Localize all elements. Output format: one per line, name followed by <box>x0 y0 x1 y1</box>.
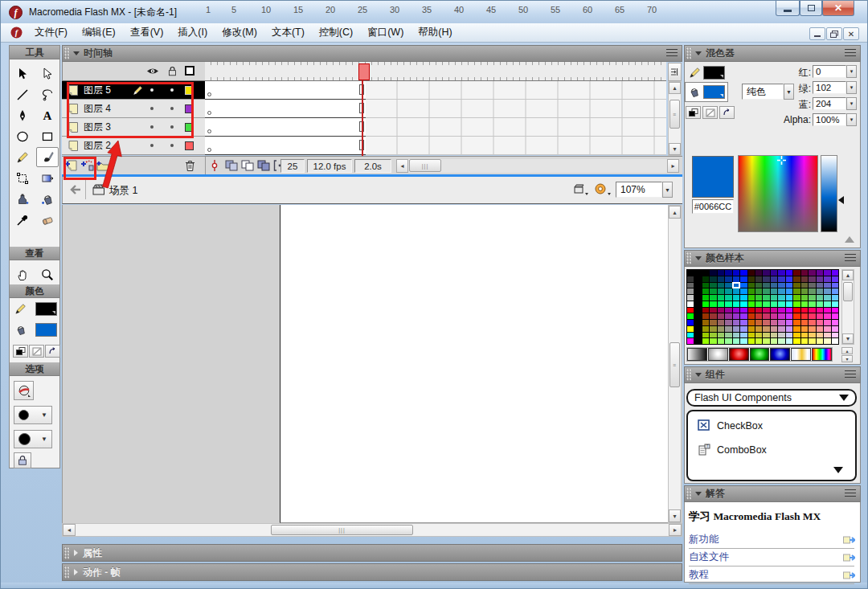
swatch-cell[interactable] <box>710 320 716 325</box>
swatch-cell[interactable] <box>687 333 694 338</box>
swatch-cell[interactable] <box>809 308 815 313</box>
swatch-cell[interactable] <box>801 338 808 344</box>
swatch-cell[interactable] <box>786 295 792 301</box>
channel-spinner[interactable]: ▾ <box>846 113 857 126</box>
swatch-cell[interactable] <box>755 283 762 288</box>
swatch-cell[interactable] <box>702 301 709 307</box>
swatch-cell[interactable] <box>817 276 823 282</box>
stroke-color-swatch[interactable] <box>35 302 57 316</box>
swatch-cell[interactable] <box>702 270 709 276</box>
swatch-cell[interactable] <box>763 276 769 282</box>
scroll-up-icon[interactable]: ▴ <box>842 270 854 280</box>
doc-minimize-button[interactable] <box>809 27 825 40</box>
no-color-button[interactable] <box>29 345 44 358</box>
swatch-cell[interactable] <box>725 333 731 338</box>
swatch-cell[interactable] <box>832 295 838 301</box>
swatch-cell[interactable] <box>786 333 792 338</box>
swatch-cell[interactable] <box>793 333 800 338</box>
panel-gripper[interactable] <box>64 547 70 559</box>
swatch-cell[interactable] <box>771 326 777 332</box>
swatch-cell[interactable] <box>817 326 823 332</box>
swatches-scrollbar[interactable]: ▴ ▾ <box>841 269 854 345</box>
swatch-cell[interactable] <box>694 308 701 313</box>
playhead-line[interactable] <box>362 80 363 156</box>
swatch-cell[interactable] <box>740 326 747 332</box>
fill-transform-tool-icon[interactable] <box>36 168 59 188</box>
swatch-cell[interactable] <box>824 326 830 332</box>
empty-frames[interactable] <box>366 137 666 155</box>
swatch-cell[interactable] <box>740 276 747 282</box>
swatch-cell[interactable] <box>725 313 731 319</box>
swatch-cell[interactable] <box>694 270 701 276</box>
swatch-cell[interactable] <box>778 301 784 307</box>
swatch-cell[interactable] <box>718 283 724 288</box>
swatch-cell[interactable] <box>755 313 762 319</box>
swatch-cell[interactable] <box>824 333 830 338</box>
swatch-cell[interactable] <box>786 338 792 344</box>
swatch-cell[interactable] <box>755 288 762 294</box>
swatch-cell[interactable] <box>809 326 815 332</box>
swatch-cell[interactable] <box>740 288 747 294</box>
swatch-cell[interactable] <box>817 320 823 325</box>
swatch-cell[interactable] <box>702 308 709 313</box>
swatch-cell[interactable] <box>694 295 701 301</box>
frame-row[interactable] <box>205 81 666 100</box>
swatch-cell[interactable] <box>687 326 694 332</box>
panel-gripper[interactable] <box>686 252 692 264</box>
swatch-cell[interactable] <box>740 313 747 319</box>
swatch-cell[interactable] <box>702 276 709 282</box>
panel-resize-icon[interactable] <box>845 236 854 243</box>
swatch-cell[interactable] <box>793 308 800 313</box>
swatch-cell[interactable] <box>733 295 739 301</box>
swatch-cell[interactable] <box>710 326 716 332</box>
swatch-cell[interactable] <box>786 270 792 276</box>
swatch-cell[interactable] <box>748 283 755 288</box>
no-color-button[interactable] <box>702 106 718 119</box>
swatch-cell[interactable] <box>694 276 701 282</box>
brightness-marker-icon[interactable] <box>838 196 844 204</box>
swatch-cell[interactable] <box>817 333 823 338</box>
outline-view-icon[interactable] <box>185 66 194 76</box>
swatch-cell[interactable] <box>771 288 777 294</box>
swatch-cell[interactable] <box>771 308 777 313</box>
swatch-cell[interactable] <box>786 288 792 294</box>
swatch-cell[interactable] <box>801 313 808 319</box>
answers-link-3[interactable]: 教程 <box>689 567 854 584</box>
swatch-cell[interactable] <box>725 320 731 325</box>
scrollbar-thumb[interactable] <box>843 282 853 301</box>
panel-menu-icon[interactable] <box>845 49 856 58</box>
panel-menu-icon[interactable] <box>845 254 856 263</box>
swatch-cell[interactable] <box>778 308 784 313</box>
doc-close-button[interactable]: ✕ <box>843 27 859 40</box>
swatch-cell[interactable] <box>748 270 755 276</box>
edit-multiple-frames-button[interactable] <box>257 160 270 174</box>
swatches-panel-header[interactable]: 颜色样本 <box>684 250 861 267</box>
hex-value-field[interactable]: #0066CC <box>692 199 734 214</box>
swatch-cell[interactable] <box>755 301 762 307</box>
swatch-cell[interactable] <box>755 338 762 344</box>
edit-scene-button[interactable] <box>574 183 590 197</box>
edit-symbols-button[interactable] <box>595 182 612 197</box>
playhead-marker[interactable] <box>358 63 370 80</box>
scrollbar-thumb[interactable]: ||| <box>409 159 441 172</box>
swatch-cell[interactable] <box>824 320 830 325</box>
swatch-cell[interactable] <box>771 295 777 301</box>
swatch-cell[interactable] <box>748 338 755 344</box>
delete-layer-button[interactable] <box>184 159 196 175</box>
oval-tool-icon[interactable] <box>11 126 34 146</box>
empty-frames[interactable] <box>366 81 666 100</box>
swatch-cell[interactable] <box>778 288 784 294</box>
swatch-cell[interactable] <box>702 320 709 325</box>
swatch-cell[interactable] <box>733 333 739 338</box>
answers-link-2[interactable]: 自述文件 <box>689 549 854 567</box>
swatch-cell[interactable] <box>809 301 815 307</box>
zoom-dropdown-button[interactable]: ▼ <box>662 182 673 198</box>
swatch-cell[interactable] <box>832 301 838 307</box>
hand-tool-icon[interactable] <box>11 264 34 284</box>
swatch-cell[interactable] <box>748 333 755 338</box>
menu-item[interactable]: 文件(F) <box>27 23 75 42</box>
doc-restore-button[interactable] <box>826 27 842 40</box>
swatch-cell[interactable] <box>801 308 808 313</box>
swap-colors-button[interactable] <box>45 345 60 358</box>
swatch-cell[interactable] <box>763 308 769 313</box>
